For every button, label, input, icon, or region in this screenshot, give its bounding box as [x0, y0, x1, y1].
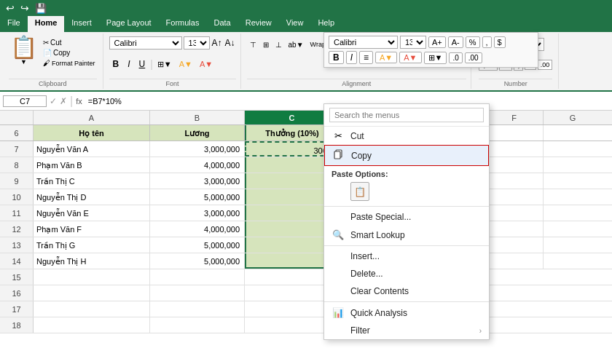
cell-f10[interactable]: [485, 189, 544, 205]
cell-g7[interactable]: [544, 141, 602, 157]
menu-item-paste-special[interactable]: Paste Special...: [324, 208, 489, 226]
paste-icon-1[interactable]: 📋: [350, 182, 369, 201]
redo-button[interactable]: ↪: [20, 2, 29, 14]
col-header-a[interactable]: A: [34, 111, 150, 124]
cell-g6[interactable]: [544, 125, 602, 141]
font-name-selector[interactable]: Calibri: [109, 36, 182, 50]
cell-b12[interactable]: 4,000,000: [150, 221, 245, 237]
cell-f9[interactable]: [485, 173, 544, 189]
cell-a17[interactable]: [34, 301, 150, 317]
menu-item-clear-contents[interactable]: Clear Contents: [324, 282, 489, 300]
menu-item-copy[interactable]: Copy: [324, 145, 489, 166]
cell-a10[interactable]: Nguyễn Thị D: [34, 189, 150, 205]
cell-f7[interactable]: [485, 141, 544, 157]
cell-a11[interactable]: Nguyễn Văn E: [34, 205, 150, 221]
copy-button[interactable]: 📄Copy: [42, 48, 97, 58]
tab-home[interactable]: Home: [28, 16, 65, 32]
menu-item-quick-analysis[interactable]: 📊 Quick Analysis: [324, 304, 489, 322]
cell-b18[interactable]: [150, 317, 245, 333]
tab-help[interactable]: Help: [310, 16, 342, 32]
cell-f11[interactable]: [485, 205, 544, 221]
cell-f13[interactable]: [485, 237, 544, 253]
tab-review[interactable]: Review: [238, 16, 279, 32]
cell-a15[interactable]: [34, 269, 150, 285]
italic-button[interactable]: I: [124, 58, 133, 71]
underline-button[interactable]: U: [136, 58, 149, 71]
cell-a14[interactable]: Nguyễn Thị H: [34, 253, 150, 269]
border-button[interactable]: ⊞▼: [154, 58, 175, 71]
mini-increase-font-button[interactable]: A+: [428, 36, 446, 48]
mini-font-color-button[interactable]: A▼: [399, 52, 421, 63]
font-decrease-icon[interactable]: A↓: [224, 37, 236, 49]
mini-percent-button[interactable]: %: [466, 36, 480, 48]
cell-b15[interactable]: [150, 269, 245, 285]
mini-decrease-font-button[interactable]: A-: [448, 36, 463, 48]
cell-a12[interactable]: Phạm Văn F: [34, 221, 150, 237]
tab-view[interactable]: View: [279, 16, 311, 32]
font-increase-icon[interactable]: A↑: [211, 37, 223, 49]
mini-currency-button[interactable]: $: [494, 36, 506, 48]
orientation-button[interactable]: ab▼: [286, 39, 307, 50]
cell-f14[interactable]: [485, 253, 544, 269]
bold-button[interactable]: B: [109, 58, 123, 71]
cell-f6[interactable]: [485, 125, 544, 141]
col-header-g[interactable]: G: [544, 111, 602, 124]
cell-b6[interactable]: Lương: [150, 125, 245, 141]
formula-bar-check-icon[interactable]: ✓: [50, 96, 57, 106]
mini-border-button[interactable]: ⊞▼: [424, 52, 447, 64]
cell-a6[interactable]: Họ tên: [34, 125, 150, 141]
cell-b13[interactable]: 5,000,000: [150, 237, 245, 253]
mini-bold-button[interactable]: B: [329, 51, 344, 64]
align-middle-button[interactable]: ⊞: [260, 39, 272, 50]
cell-b14[interactable]: 5,000,000: [150, 253, 245, 269]
tab-insert[interactable]: Insert: [64, 16, 99, 32]
format-painter-button[interactable]: 🖌Format Painter: [42, 58, 97, 68]
menu-item-insert[interactable]: Insert...: [324, 248, 489, 265]
quick-save-icon[interactable]: 💾: [35, 3, 47, 14]
cell-b16[interactable]: [150, 285, 245, 301]
cell-a18[interactable]: [34, 317, 150, 333]
cell-b9[interactable]: 3,000,000: [150, 173, 245, 189]
cell-a13[interactable]: Trần Thị G: [34, 237, 150, 253]
mini-comma-button[interactable]: ,: [482, 36, 492, 48]
tab-formulas[interactable]: Formulas: [159, 16, 207, 32]
menu-item-cut[interactable]: ✂ Cut: [324, 127, 489, 145]
cell-b11[interactable]: 3,000,000: [150, 205, 245, 221]
cell-f12[interactable]: [485, 221, 544, 237]
cell-g8[interactable]: [544, 157, 602, 173]
cell-b8[interactable]: 4,000,000: [150, 157, 245, 173]
mini-font-selector[interactable]: Calibri: [329, 36, 398, 49]
cell-a8[interactable]: Phạm Văn B: [34, 157, 150, 173]
mini-italic-button[interactable]: I: [346, 51, 357, 64]
cell-reference-box[interactable]: [3, 95, 47, 107]
decrease-decimal-button[interactable]: .00: [538, 60, 553, 70]
cell-f8[interactable]: [485, 157, 544, 173]
mini-size-selector[interactable]: 13: [400, 36, 426, 49]
cell-g10[interactable]: [544, 189, 602, 205]
menu-search-input[interactable]: [329, 108, 484, 122]
cell-g12[interactable]: [544, 221, 602, 237]
menu-item-smart-lookup[interactable]: 🔍 Smart Lookup: [324, 226, 489, 244]
align-bottom-button[interactable]: ⊥: [272, 39, 285, 50]
tab-data[interactable]: Data: [206, 16, 238, 32]
mini-align-left-button[interactable]: ≡: [359, 51, 373, 64]
cell-b10[interactable]: 5,000,000: [150, 189, 245, 205]
font-color-button[interactable]: A▼: [197, 58, 216, 70]
mini-inc-dec-button[interactable]: .0: [449, 52, 462, 63]
tab-page-layout[interactable]: Page Layout: [99, 16, 159, 32]
cell-a7[interactable]: Nguyễn Văn A: [34, 141, 150, 157]
cell-a16[interactable]: [34, 285, 150, 301]
cell-b17[interactable]: [150, 301, 245, 317]
undo-button[interactable]: ↩: [6, 2, 15, 14]
paste-button[interactable]: 📋 ▼: [9, 35, 39, 67]
menu-item-filter[interactable]: Filter ›: [324, 322, 489, 339]
mini-dec-dec-button[interactable]: .00: [465, 52, 482, 63]
cell-a9[interactable]: Trần Thị C: [34, 173, 150, 189]
fill-color-button[interactable]: A▼: [176, 58, 195, 70]
cell-g9[interactable]: [544, 173, 602, 189]
cut-button[interactable]: ✂Cut: [42, 38, 97, 47]
align-top-button[interactable]: ⊤: [247, 39, 259, 50]
mini-fill-color-button[interactable]: A▼: [375, 52, 397, 63]
tab-file[interactable]: File: [0, 16, 28, 32]
menu-item-delete[interactable]: Delete...: [324, 265, 489, 282]
